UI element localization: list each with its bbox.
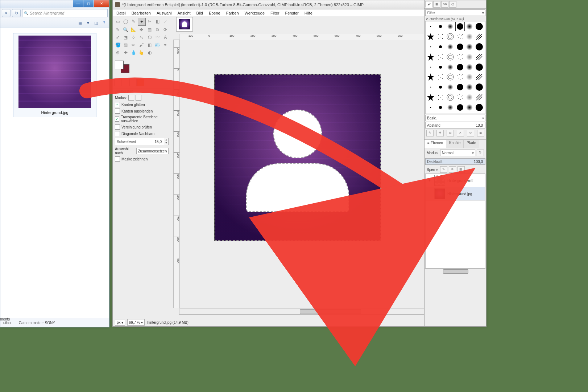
brush-12[interactable] <box>426 42 435 51</box>
brush-10[interactable] <box>465 32 474 41</box>
nav-dropdown[interactable]: ▾ <box>2 9 11 17</box>
tool-pencil[interactable]: ✏ <box>130 41 137 49</box>
preview-pane-icon[interactable]: ◫ <box>93 20 99 26</box>
brush-18[interactable] <box>426 53 435 61</box>
brush-31[interactable] <box>436 73 445 81</box>
close-button[interactable]: ✕ <box>94 0 109 7</box>
tool-airbrush[interactable]: 💨 <box>154 41 161 49</box>
brush-25[interactable] <box>436 63 445 72</box>
zoom-combo[interactable]: 66,7 %▾ <box>127 319 145 326</box>
image-tab-1[interactable] <box>176 17 193 32</box>
brush-28[interactable] <box>465 63 474 72</box>
brush-33[interactable] <box>456 73 464 81</box>
brush-51[interactable] <box>456 103 464 112</box>
tool-warp[interactable]: 〰 <box>154 34 161 41</box>
brush-5[interactable] <box>475 22 484 31</box>
brush-16[interactable] <box>465 42 474 51</box>
brush-36[interactable] <box>426 83 435 91</box>
menu-hilfe[interactable]: Hilfe <box>302 10 315 16</box>
dock-scrollbar[interactable] <box>425 269 486 274</box>
tool-dodge[interactable]: ◐ <box>146 49 153 56</box>
tool-brush[interactable]: 🖌 <box>138 41 145 49</box>
canvas-image[interactable] <box>215 74 381 241</box>
tool-rect-select[interactable]: ▭ <box>114 18 121 25</box>
tool-paths[interactable]: ⟋ <box>162 18 169 25</box>
brush-0[interactable] <box>426 22 435 31</box>
brush-26[interactable] <box>446 63 455 72</box>
spacing-field[interactable]: Abstand10,0 <box>425 122 485 128</box>
brush-17[interactable] <box>475 42 484 51</box>
tool-free-select[interactable]: ✎ <box>130 18 137 25</box>
opt-drawmask[interactable]: Maske zeichnen <box>113 156 171 162</box>
brush-preset-combo[interactable]: Basic. <box>425 115 485 121</box>
file-thumbnail[interactable]: Hintergrund.jpg <box>13 33 96 117</box>
menu-werkzeuge[interactable]: Werkzeuge <box>242 10 268 16</box>
dock-tab-fonts[interactable]: Aa <box>441 1 448 8</box>
tool-shear[interactable]: ⬔ <box>122 34 129 41</box>
brush-38[interactable] <box>446 83 455 91</box>
menu-ansicht[interactable]: Ansicht <box>174 10 193 16</box>
brush-1[interactable] <box>436 22 445 31</box>
brush-43[interactable] <box>436 93 445 102</box>
tool-blur[interactable]: 💧 <box>130 49 137 56</box>
brush-21[interactable] <box>456 53 464 61</box>
tool-scale[interactable]: ⤢ <box>114 34 121 41</box>
view-icon[interactable]: ▦ <box>77 20 83 26</box>
brush-22[interactable] <box>465 53 474 61</box>
threshold-field[interactable]: Schwellwert 15,0 ▲▼ <box>115 138 169 145</box>
refresh-button[interactable]: ↻ <box>12 9 21 17</box>
ruler-vertical[interactable]: -1000100200300400500600700800900 <box>173 40 180 308</box>
dock-tab-patterns[interactable]: ▦ <box>433 1 440 8</box>
layer-mode-extra[interactable]: ⇅ <box>477 150 484 156</box>
tool-heal[interactable]: ✚ <box>122 49 129 56</box>
brush-15[interactable] <box>456 42 464 51</box>
tool-clone[interactable]: ⊕ <box>114 49 121 56</box>
tool-flip[interactable]: ⇋ <box>138 34 145 41</box>
tool-align[interactable]: ▤ <box>146 26 153 33</box>
brush-9[interactable] <box>456 32 464 41</box>
brush-37[interactable] <box>436 83 445 91</box>
tool-ellipse-select[interactable]: ◯ <box>122 18 129 25</box>
tab-ebenen[interactable]: ≡ Ebenen <box>425 140 446 148</box>
opacity-field[interactable]: Deckkraft100,0 <box>425 158 485 165</box>
tool-cage[interactable]: ⬡ <box>146 34 153 41</box>
brush-dup-button[interactable]: ⧉ <box>447 130 454 136</box>
layer-row-2[interactable]: Hintergrund.jpg <box>426 187 485 201</box>
tool-scissors[interactable]: ✂ <box>146 18 153 25</box>
brush-13[interactable] <box>436 42 445 51</box>
brush-52[interactable] <box>465 103 474 112</box>
opt-merged[interactable]: Vereinigung prüfen <box>113 124 171 130</box>
mode-1[interactable] <box>114 79 121 86</box>
mode-3[interactable] <box>129 79 137 86</box>
search-input[interactable]: Search Hintergrund <box>22 9 108 17</box>
brush-39[interactable] <box>456 83 464 91</box>
tool-bucket[interactable]: 🪣 <box>114 41 121 49</box>
brush-45[interactable] <box>456 93 464 102</box>
menu-filter[interactable]: Filter <box>268 10 282 16</box>
brush-41[interactable] <box>475 83 484 91</box>
menu-ebene[interactable]: Ebene <box>206 10 223 16</box>
opt-feather[interactable]: Kanten ausblenden <box>113 108 171 114</box>
brush-3[interactable] <box>456 22 464 31</box>
view-dropdown-icon[interactable]: ▼ <box>85 20 91 26</box>
brush-35[interactable] <box>475 73 484 81</box>
brush-7[interactable] <box>436 32 445 41</box>
dock-tab-history[interactable]: ◷ <box>449 1 456 8</box>
brush-del-button[interactable]: ✕ <box>457 130 464 136</box>
brush-48[interactable] <box>426 103 435 112</box>
tool-perspective[interactable]: ◊ <box>130 34 137 41</box>
brush-14[interactable] <box>446 42 455 51</box>
mode-4[interactable] <box>137 79 144 86</box>
brush-50[interactable] <box>446 103 455 112</box>
menu-datei[interactable]: Datei <box>113 10 129 16</box>
brush-filter[interactable]: Filter <box>425 9 485 16</box>
opt-diagonal[interactable]: Diagonale Nachbarn <box>113 130 171 137</box>
brush-new-button[interactable]: ✚ <box>436 130 444 136</box>
tool-ink[interactable]: ✒ <box>162 41 169 49</box>
menu-fenster[interactable]: Fenster <box>282 10 301 16</box>
brush-20[interactable] <box>446 53 455 61</box>
opt-transparent[interactable]: ✓Transparente Bereiche auswählen <box>113 114 171 124</box>
tool-smudge[interactable]: 👆 <box>138 49 145 56</box>
brush-edit-button[interactable]: ✎ <box>426 130 434 136</box>
brush-2[interactable] <box>446 22 455 31</box>
